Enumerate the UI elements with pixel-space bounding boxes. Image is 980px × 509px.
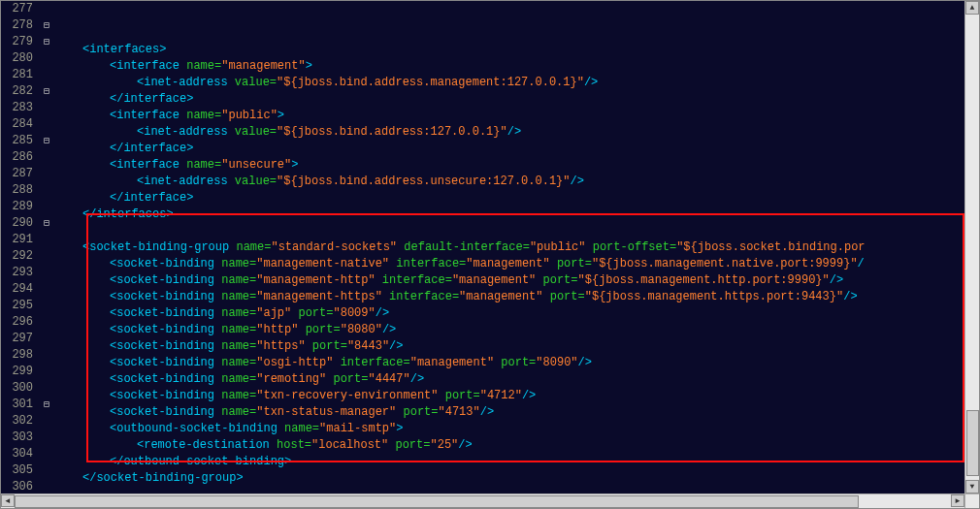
- line-number: 296: [1, 314, 33, 331]
- code-line[interactable]: <socket-binding name="http" port="8080"/…: [55, 322, 979, 338]
- code-line[interactable]: <inet-address value="${jboss.bind.addres…: [55, 124, 979, 141]
- fold-marker[interactable]: ⊟: [38, 133, 55, 149]
- scroll-up-arrow-icon[interactable]: ▲: [965, 1, 979, 15]
- code-line[interactable]: </interface>: [55, 141, 979, 157]
- fold-marker[interactable]: [38, 182, 55, 199]
- code-line[interactable]: <socket-binding name="txn-status-manager…: [55, 404, 979, 421]
- line-number: 305: [1, 462, 33, 479]
- code-line[interactable]: <socket-binding-group name="standard-soc…: [55, 239, 979, 256]
- line-number: 293: [1, 265, 33, 281]
- fold-marker[interactable]: [38, 364, 55, 380]
- fold-marker[interactable]: [38, 314, 55, 331]
- code-line[interactable]: <socket-binding name="management-https" …: [55, 289, 979, 305]
- code-line[interactable]: </socket-binding-group>: [55, 470, 979, 487]
- fold-marker[interactable]: ⊟: [38, 397, 55, 413]
- code-line[interactable]: <socket-binding name="management-http" i…: [55, 272, 979, 289]
- fold-marker[interactable]: [38, 265, 55, 281]
- code-line[interactable]: <interface name="unsecure">: [55, 157, 979, 174]
- code-line[interactable]: <outbound-socket-binding name="mail-smtp…: [55, 421, 979, 437]
- code-line[interactable]: <socket-binding name="ajp" port="8009"/>: [55, 305, 979, 322]
- line-number: 294: [1, 281, 33, 298]
- line-number: 297: [1, 331, 33, 347]
- code-line[interactable]: </interface>: [55, 190, 979, 207]
- fold-marker[interactable]: [38, 232, 55, 248]
- code-line[interactable]: </interface>: [55, 91, 979, 108]
- fold-marker[interactable]: [38, 67, 55, 83]
- line-number: 280: [1, 50, 33, 67]
- fold-marker[interactable]: ⊟: [38, 83, 55, 100]
- scrollbar-corner: [964, 493, 979, 508]
- line-number: 281: [1, 67, 33, 83]
- fold-marker[interactable]: [38, 429, 55, 446]
- line-number: 277: [1, 1, 33, 17]
- code-line[interactable]: </outbound-socket-binding>: [55, 454, 979, 470]
- code-line[interactable]: <inet-address value="${jboss.bind.addres…: [55, 75, 979, 91]
- fold-marker[interactable]: [38, 50, 55, 67]
- code-line[interactable]: <inet-address value="${jboss.bind.addres…: [55, 174, 979, 190]
- line-number: 301: [1, 397, 33, 413]
- fold-marker[interactable]: [38, 199, 55, 215]
- line-number: 292: [1, 248, 33, 265]
- line-number: 286: [1, 149, 33, 166]
- code-line[interactable]: <socket-binding name="txn-recovery-envir…: [55, 388, 979, 404]
- horizontal-scroll-thumb[interactable]: [15, 495, 859, 508]
- fold-marker[interactable]: [38, 298, 55, 314]
- code-editor[interactable]: 2772782792802812822832842852862872882892…: [1, 1, 979, 493]
- line-number: 304: [1, 446, 33, 462]
- scroll-down-arrow-icon[interactable]: ▼: [965, 480, 979, 493]
- line-number: 279: [1, 34, 33, 50]
- fold-marker[interactable]: ⊟: [38, 17, 55, 34]
- scroll-left-arrow-icon[interactable]: ◄: [1, 494, 15, 507]
- code-line[interactable]: <socket-binding name="osgi-http" interfa…: [55, 355, 979, 371]
- fold-marker[interactable]: [38, 281, 55, 298]
- code-line[interactable]: <socket-binding name="https" port="8443"…: [55, 338, 979, 355]
- fold-marker[interactable]: [38, 347, 55, 364]
- fold-marker[interactable]: [38, 116, 55, 133]
- line-number: 283: [1, 100, 33, 116]
- fold-marker[interactable]: [38, 380, 55, 397]
- code-line[interactable]: <interface name="public">: [55, 108, 979, 124]
- line-number-gutter: 2772782792802812822832842852862872882892…: [1, 1, 38, 493]
- code-area[interactable]: <interfaces><interface name="management"…: [55, 1, 979, 493]
- fold-marker[interactable]: [38, 100, 55, 116]
- vertical-scrollbar[interactable]: ▲ ▼: [964, 1, 979, 493]
- line-number: 288: [1, 182, 33, 199]
- line-number: 299: [1, 364, 33, 380]
- line-number: 287: [1, 166, 33, 182]
- fold-marker[interactable]: [38, 166, 55, 182]
- code-line[interactable]: <socket-binding name="remoting" port="44…: [55, 371, 979, 388]
- horizontal-scrollbar[interactable]: ◄►: [1, 493, 966, 508]
- fold-marker[interactable]: [38, 1, 55, 17]
- line-number: 295: [1, 298, 33, 314]
- vertical-scroll-thumb[interactable]: [966, 410, 979, 476]
- fold-marker[interactable]: [38, 462, 55, 479]
- fold-marker[interactable]: [38, 479, 55, 493]
- line-number: 278: [1, 17, 33, 34]
- fold-marker[interactable]: [38, 413, 55, 429]
- line-number: 298: [1, 347, 33, 364]
- line-number: 291: [1, 232, 33, 248]
- fold-marker[interactable]: ⊟: [38, 215, 55, 232]
- scroll-right-arrow-icon[interactable]: ►: [951, 494, 964, 507]
- line-number: 282: [1, 83, 33, 100]
- code-line[interactable]: </interfaces>: [55, 207, 979, 223]
- fold-marker[interactable]: [38, 446, 55, 462]
- code-line[interactable]: <interfaces>: [55, 42, 979, 58]
- fold-column[interactable]: ⊟⊟⊟⊟⊟⊟: [38, 1, 55, 493]
- line-number: 302: [1, 413, 33, 429]
- code-line[interactable]: [55, 487, 979, 493]
- fold-marker[interactable]: ⊟: [38, 34, 55, 50]
- fold-marker[interactable]: [38, 248, 55, 265]
- line-number: 306: [1, 479, 33, 493]
- code-line[interactable]: [55, 223, 979, 239]
- fold-marker[interactable]: [38, 331, 55, 347]
- code-line[interactable]: <interface name="management">: [55, 58, 979, 75]
- line-number: 303: [1, 429, 33, 446]
- code-line[interactable]: <socket-binding name="management-native"…: [55, 256, 979, 272]
- line-number: 300: [1, 380, 33, 397]
- line-number: 289: [1, 199, 33, 215]
- fold-marker[interactable]: [38, 149, 55, 166]
- line-number: 285: [1, 133, 33, 149]
- code-line[interactable]: <remote-destination host="localhost" por…: [55, 437, 979, 454]
- line-number: 290: [1, 215, 33, 232]
